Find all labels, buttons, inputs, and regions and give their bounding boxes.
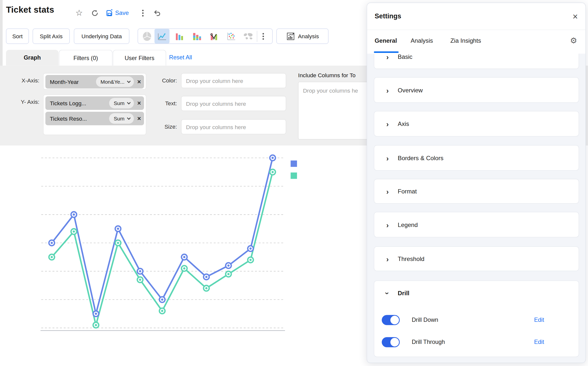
pie-chart-icon[interactable] xyxy=(140,29,154,43)
save-button[interactable]: * Save xyxy=(106,8,129,18)
section-axis[interactable]: ›Axis xyxy=(374,111,579,137)
drill-down-edit-link[interactable]: Edit xyxy=(534,317,544,323)
color-label: Color: xyxy=(147,77,177,84)
sort-button[interactable]: Sort xyxy=(6,29,29,44)
section-format[interactable]: ›Format xyxy=(374,179,579,204)
section-threshold[interactable]: ›Threshold xyxy=(374,246,579,271)
section-drill-header[interactable]: › Drill xyxy=(374,281,579,306)
drill-through-edit-link[interactable]: Edit xyxy=(534,339,544,345)
drill-down-toggle[interactable] xyxy=(382,315,400,325)
chevron-right-icon: › xyxy=(386,154,389,162)
gear-icon[interactable]: ⚙ xyxy=(570,36,577,45)
app-window: Ticket stats ☆ * Save Sort Split Axis Un… xyxy=(0,0,588,366)
tab-filters[interactable]: Filters (0) xyxy=(59,50,112,66)
settings-tab-analysis[interactable]: Analysis xyxy=(411,37,433,44)
x-axis-label: X-Axis: xyxy=(7,77,39,84)
underlying-data-button[interactable]: Underlying Data xyxy=(74,29,130,44)
section-legend[interactable]: ›Legend xyxy=(374,212,579,237)
chevron-down-icon xyxy=(127,116,131,120)
save-label: Save xyxy=(115,10,129,16)
chevron-down-icon xyxy=(127,101,131,105)
x-axis-function-select[interactable]: Mon&Ye... xyxy=(96,76,134,87)
refresh-icon[interactable] xyxy=(90,8,100,18)
y-axis-2-aggregate-select[interactable]: Sum xyxy=(109,113,134,124)
include-columns-label: Include Columns for To xyxy=(298,72,367,78)
section-basic[interactable]: ›Basic xyxy=(374,54,579,69)
more-chart-types-icon[interactable] xyxy=(258,29,268,43)
svg-text:*: * xyxy=(111,9,113,13)
close-icon[interactable]: × xyxy=(573,11,578,22)
toolbar-divider xyxy=(257,31,257,42)
settings-panel: Settings × General Analysis Zia Insights… xyxy=(367,3,586,363)
chevron-down-icon: › xyxy=(384,292,391,294)
section-overview[interactable]: ›Overview xyxy=(374,77,579,103)
favorite-star-icon[interactable]: ☆ xyxy=(74,8,84,18)
remove-y-axis-2-icon[interactable]: × xyxy=(137,115,141,122)
y-axis-shelf: Tickets Logg... Sum × Tickets Reso... Su… xyxy=(43,95,146,135)
y-axis-chip-1[interactable]: Tickets Logg... Sum × xyxy=(45,96,144,110)
chevron-right-icon: › xyxy=(386,221,389,229)
chart-canvas xyxy=(0,146,367,366)
analysis-button[interactable]: Analysis xyxy=(276,29,329,44)
settings-tab-general[interactable]: General xyxy=(375,37,397,44)
size-dropzone[interactable]: Drop your columns here xyxy=(181,119,286,134)
chevron-right-icon: › xyxy=(386,87,389,94)
color-dropzone[interactable]: Drop your column here xyxy=(181,73,286,88)
save-icon: * xyxy=(106,9,113,17)
stacked-bar-chart-icon[interactable] xyxy=(189,29,204,43)
active-tab-underline xyxy=(374,51,399,53)
drill-through-toggle[interactable] xyxy=(382,337,400,347)
settings-title: Settings xyxy=(375,12,401,20)
x-axis-chip[interactable]: Month-Year Mon&Ye... × xyxy=(45,75,144,88)
chevron-right-icon: › xyxy=(386,255,389,263)
drill-through-row: Drill Through Edit xyxy=(374,333,579,351)
page-title: Ticket stats xyxy=(6,5,54,15)
section-drill: › Drill Drill Down Edit Drill Through Ed… xyxy=(374,281,579,357)
tab-graph[interactable]: Graph xyxy=(6,50,58,66)
scatter-chart-icon[interactable] xyxy=(223,29,238,43)
remove-y-axis-1-icon[interactable]: × xyxy=(137,100,141,106)
reset-all-link[interactable]: Reset All xyxy=(169,54,192,61)
chevron-right-icon: › xyxy=(386,54,389,61)
chart-type-switcher xyxy=(138,29,273,44)
remove-x-axis-icon[interactable]: × xyxy=(137,78,141,85)
combo-chart-icon[interactable] xyxy=(206,29,221,43)
y-axis-label: Y- Axis: xyxy=(7,99,39,105)
section-borders-colors[interactable]: ›Borders & Colors xyxy=(374,145,579,171)
undo-icon[interactable] xyxy=(152,8,162,18)
x-axis-shelf: Month-Year Mon&Ye... × xyxy=(43,73,146,89)
analysis-icon xyxy=(286,32,295,41)
drill-down-row: Drill Down Edit xyxy=(374,311,579,329)
settings-tab-zia-insights[interactable]: Zia Insights xyxy=(450,37,481,44)
tab-user-filters[interactable]: User Filters xyxy=(113,50,166,66)
text-label: Text: xyxy=(147,100,177,107)
y-axis-1-aggregate-select[interactable]: Sum xyxy=(109,98,134,108)
line-chart-icon[interactable] xyxy=(154,29,169,43)
settings-tabs: General Analysis Zia Insights ⚙ xyxy=(367,30,585,54)
map-chart-icon[interactable] xyxy=(241,29,256,43)
chevron-right-icon: › xyxy=(386,188,389,195)
line-chart xyxy=(0,146,367,366)
settings-header: Settings × xyxy=(367,3,585,30)
text-dropzone[interactable]: Drop your columns here xyxy=(181,96,286,111)
size-label: Size: xyxy=(147,123,177,130)
chevron-right-icon: › xyxy=(386,120,389,128)
y-axis-chip-2[interactable]: Tickets Reso... Sum × xyxy=(45,112,144,125)
settings-section-list: ›Basic ›Overview ›Axis ›Borders & Colors… xyxy=(367,54,585,363)
more-options-icon[interactable] xyxy=(138,8,148,18)
chevron-down-icon xyxy=(127,79,131,83)
split-axis-button[interactable]: Split Axis xyxy=(33,29,70,44)
bar-chart-icon[interactable] xyxy=(172,29,187,43)
